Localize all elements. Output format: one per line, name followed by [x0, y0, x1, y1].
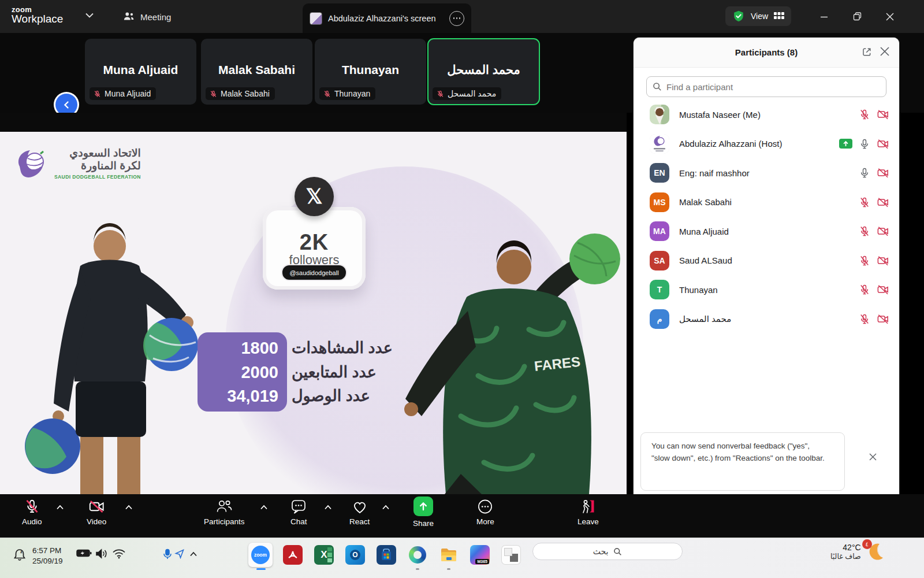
participants-panel-title: Participants (8) — [735, 47, 798, 57]
taskbar-date: 25/09/19 — [32, 556, 63, 566]
video-tile[interactable]: Thunayan Thunayan — [315, 39, 426, 105]
participant-row[interactable]: Mustafa Naseer (Me) — [634, 100, 899, 129]
wifi-icon[interactable] — [112, 549, 126, 559]
restore-button[interactable] — [844, 0, 870, 33]
video-off-icon — [877, 284, 889, 295]
audio-button[interactable]: Audio — [22, 499, 42, 526]
participant-row[interactable]: م محمد المسحل — [634, 305, 899, 334]
video-off-icon — [877, 197, 889, 208]
tab-shared-screen[interactable]: Abdulaziz Alhazzani's screen — [303, 3, 471, 33]
video-off-icon — [877, 109, 889, 120]
taskbar-search[interactable]: بحث — [532, 543, 683, 560]
title-bar: zoom Workplace Meeting Abdulaziz Alhazza… — [0, 0, 924, 33]
taskbar-zoom-app-active[interactable]: zoom — [248, 543, 273, 567]
participant-row[interactable]: T Thunayan — [634, 275, 899, 304]
video-tile-active-speaker[interactable]: محمد المسحل محمد المسحل — [428, 39, 539, 105]
x-twitter-icon: 𝕏 — [295, 177, 334, 216]
video-button[interactable]: Video — [87, 499, 106, 526]
tile-participant-name: محمد المسحل — [428, 63, 539, 77]
avatar: MA — [650, 221, 669, 241]
view-button[interactable]: View — [725, 6, 791, 26]
popout-panel-icon[interactable] — [861, 46, 873, 58]
tile-participant-name: Muna Aljuaid — [85, 63, 196, 77]
stat-followers-label: عدد المتابعين — [292, 364, 377, 381]
participants-options-chevron-icon[interactable] — [260, 505, 268, 510]
shared-screen-area: الاتحاد السعودي لكرة المناورة SAUDI DODG… — [0, 113, 627, 494]
taskbar-clock[interactable]: 6:57 PM 25/09/19 — [32, 546, 63, 566]
participant-row[interactable]: MA Muna Aljuaid — [634, 217, 899, 246]
tile-participant-name: Malak Sabahi — [201, 63, 312, 77]
federation-logo: الاتحاد السعودي لكرة المناورة SAUDI DODG… — [15, 147, 141, 183]
video-tile[interactable]: Muna Aljuaid Muna Aljuaid — [85, 39, 196, 105]
x-handle-badge: @saudidodgeball — [281, 264, 347, 281]
chat-options-chevron-icon[interactable] — [324, 505, 332, 510]
taskbar-outlook-app[interactable]: O — [345, 545, 365, 565]
stat-views-value: 1800 — [241, 339, 278, 357]
followers-count: 2K — [263, 230, 366, 255]
taskbar-store-app[interactable] — [377, 545, 396, 565]
chat-button[interactable]: Chat — [290, 499, 307, 526]
dismiss-notice-icon[interactable] — [869, 453, 877, 461]
mic-on-icon — [859, 138, 870, 150]
tab-meeting[interactable]: Meeting — [118, 7, 176, 27]
meeting-toolbar: Audio Video Participants 8 Chat — [0, 494, 924, 538]
federation-name-arabic-2: لكرة المناورة — [54, 160, 141, 172]
mic-on-icon — [859, 167, 870, 179]
weather-description: صاف غالبًا — [830, 552, 861, 561]
gallery-grid-icon — [774, 12, 784, 21]
taskbar-app-window[interactable] — [501, 545, 521, 565]
weather-widget[interactable]: 42°C صاف غالبًا ٤ — [830, 542, 885, 561]
participant-row[interactable]: SA Saud ALSaud — [634, 246, 899, 275]
camera-off-icon — [88, 499, 105, 514]
stats-values-box: 1800 2000 34,019 — [198, 332, 287, 412]
explorer-running-indicator — [447, 568, 450, 570]
react-options-chevron-icon[interactable] — [382, 505, 390, 510]
brand-workplace: Workplace — [12, 13, 63, 25]
tab-options-ellipsis-icon[interactable] — [449, 11, 464, 26]
nonverbal-feedback-notice: You can now send nonverbal feedback ("ye… — [640, 432, 845, 491]
taskbar-edge-app[interactable] — [408, 545, 427, 565]
workspace-dropdown-chevron-icon[interactable] — [85, 13, 94, 18]
share-button[interactable]: Share — [413, 499, 434, 528]
weather-temperature: 42°C — [830, 543, 861, 552]
tray-expand-chevron-icon[interactable] — [189, 551, 198, 557]
participant-row[interactable]: MS Malak Sabahi — [634, 188, 899, 217]
tab-screen-label: Abdulaziz Alhazzani's screen — [328, 14, 436, 23]
video-off-icon — [877, 313, 889, 325]
close-panel-icon[interactable] — [880, 46, 890, 57]
close-window-button[interactable] — [877, 0, 903, 33]
minimize-button[interactable] — [811, 0, 837, 33]
audio-options-chevron-icon[interactable] — [56, 505, 64, 510]
leave-button[interactable]: Leave — [578, 499, 599, 526]
participants-icon — [215, 499, 233, 514]
taskbar-search-label: بحث — [593, 547, 609, 556]
video-off-icon — [877, 225, 889, 237]
speaker-icon[interactable] — [95, 549, 108, 559]
search-input[interactable] — [666, 82, 880, 92]
battery-icon[interactable] — [76, 549, 92, 558]
avatar — [650, 105, 669, 124]
location-cursor-icon[interactable] — [174, 549, 185, 559]
taskbar-acrobat-app[interactable] — [283, 545, 303, 565]
more-button[interactable]: More — [476, 499, 494, 526]
taskbar-file-explorer-app[interactable] — [439, 545, 459, 565]
tile-participant-name: Thunayan — [315, 63, 426, 77]
mic-muted-icon — [859, 284, 870, 295]
avatar: EN — [650, 163, 669, 183]
participant-row[interactable]: Abdulaziz Alhazzani (Host) — [634, 129, 899, 158]
participant-row[interactable]: EN Eng: naif mashhor — [634, 158, 899, 187]
muted-mic-icon — [437, 90, 444, 98]
react-button[interactable]: React — [349, 499, 370, 526]
notification-bell-icon[interactable]: z — [13, 547, 27, 562]
taskbar-excel-app[interactable]: X — [314, 545, 334, 565]
video-options-chevron-icon[interactable] — [125, 505, 133, 510]
security-shield-icon[interactable] — [732, 10, 745, 23]
stat-reach-label: عدد الوصول — [292, 387, 370, 405]
federation-logo-icon — [15, 147, 49, 183]
mic-muted-icon — [859, 225, 870, 237]
active-mic-icon[interactable] — [163, 549, 172, 560]
stat-reach-value: 34,019 — [227, 387, 278, 405]
participants-button[interactable]: Participants — [204, 499, 245, 526]
video-tile[interactable]: Malak Sabahi Malak Sabahi — [201, 39, 312, 105]
taskbar-m365-copilot-app[interactable]: M365 — [470, 545, 490, 565]
